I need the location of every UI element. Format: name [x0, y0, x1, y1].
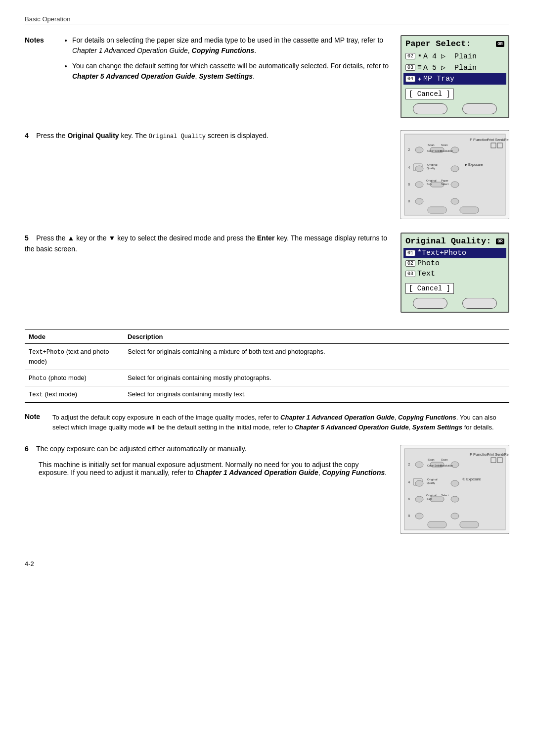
oq-btn-left [413, 298, 447, 309]
svg-text:6: 6 [408, 182, 410, 187]
svg-point-22 [451, 182, 459, 188]
step4-right: F Function Print Send/Re 2 Scan Scan Col… [400, 130, 509, 221]
page-number: 4-2 [25, 560, 34, 567]
svg-text:F Function: F Function [470, 138, 489, 142]
svg-text:Original: Original [426, 179, 437, 182]
mode-table: Mode Description Text+Photo (text and ph… [25, 330, 509, 403]
desc-cell-3: Select for originals containing mostly t… [124, 386, 509, 402]
svg-text:① Exposure: ① Exposure [462, 477, 481, 481]
page-wrapper: Basic Operation Notes For details on sel… [25, 15, 509, 567]
step5-content: 5 Press the ▲ key or the ▼ key to select… [25, 233, 391, 313]
notes-list: For details on selecting the paper size … [64, 35, 391, 82]
notes-content: For details on selecting the paper size … [64, 35, 391, 87]
oq-row-2: 02 Photo [405, 258, 504, 269]
mode-cell-2: Photo (photo mode) [25, 370, 124, 386]
lcd-row-3-highlighted: 04 ✦ MP Tray [403, 73, 506, 85]
step4-section: 4 Press the Original Quality key. The Or… [25, 130, 509, 221]
lcd-or-icon: OR [496, 41, 504, 47]
mode-table-header: Mode Description [25, 330, 509, 344]
svg-point-48 [415, 480, 423, 486]
col-desc-header: Description [124, 330, 509, 344]
machine-panel-svg: F Function Print Send/Re 2 Scan Scan Col… [400, 130, 509, 219]
svg-point-15 [451, 166, 459, 172]
svg-text:Select: Select [441, 183, 449, 186]
svg-point-49 [451, 480, 459, 486]
lcd-paper-select: Paper Select: OR 02 ▪ A 4 ▷ Plain 03 ≡ A… [400, 35, 509, 118]
oq-title: Original Quality: [405, 236, 491, 246]
oq-buttons [405, 298, 504, 309]
mode-table-section: Mode Description Text+Photo (text and ph… [25, 325, 509, 413]
step6-right: F Function Print Send/Re 2 Scan Scan Col… [400, 445, 509, 535]
note-section: Note To adjust the default copy exposure… [25, 413, 509, 433]
mode-cell-1: Text+Photo (text and photo mode) [25, 344, 124, 370]
svg-text:Resolution: Resolution [440, 464, 453, 467]
svg-text:6: 6 [408, 497, 410, 501]
step5-text: 5 Press the ▲ key or the ▼ key to select… [25, 233, 391, 255]
svg-text:Original: Original [426, 494, 437, 497]
svg-text:8: 8 [408, 514, 410, 518]
svg-point-20 [415, 182, 423, 188]
notes-section: Notes For details on selecting the paper… [25, 35, 391, 87]
svg-point-61 [415, 513, 423, 519]
svg-text:Scan: Scan [441, 143, 448, 146]
machine-panel-2-svg: F Function Print Send/Re 2 Scan Scan Col… [400, 445, 509, 534]
table-row: Text+Photo (text and photo mode) Select … [25, 344, 509, 370]
svg-text:Scan: Scan [441, 458, 448, 461]
svg-text:8: 8 [408, 199, 410, 203]
step6-text: 6 The copy exposure can be adjusted eith… [25, 445, 391, 453]
step4-text: 4 Press the Original Quality key. The Or… [25, 130, 391, 142]
desc-cell-2: Select for originals containing mostly p… [124, 370, 509, 386]
notes-item-2: You can change the default setting for w… [72, 61, 391, 82]
svg-text:Print  Send/Re: Print Send/Re [487, 453, 509, 456]
svg-text:4: 4 [408, 165, 410, 170]
note-label: Note [25, 413, 44, 433]
svg-text:Original: Original [427, 478, 438, 481]
step5-number: 5 [25, 234, 29, 242]
page-header: Basic Operation [25, 15, 509, 25]
lcd-title-row: Paper Select: OR [405, 39, 504, 48]
table-row: Photo (photo mode) Select for originals … [25, 370, 509, 386]
svg-text:Print  Send/Re: Print Send/Re [487, 138, 509, 142]
svg-point-54 [415, 496, 423, 502]
svg-text:2: 2 [408, 462, 410, 467]
svg-text:2: 2 [408, 147, 410, 152]
oq-or-icon: OR [496, 238, 504, 244]
svg-text:Size: Size [427, 497, 432, 500]
oq-btn-right [462, 298, 497, 309]
svg-point-5 [415, 147, 423, 153]
desc-cell-1: Select for originals containing a mixtur… [124, 344, 509, 370]
svg-text:Paper: Paper [441, 179, 448, 182]
svg-text:Quality: Quality [427, 481, 435, 484]
lcd-original-quality: Original Quality: OR 01 *Text+Photo 02 P… [400, 233, 509, 313]
svg-text:Select: Select [441, 494, 449, 497]
step6-para2: This machine is initially set for manual… [39, 461, 391, 476]
lcd-btn-left [413, 103, 447, 114]
step6-left: 6 The copy exposure can be adjusted eith… [25, 445, 391, 476]
svg-text:F Function: F Function [470, 452, 489, 457]
col-mode-header: Mode [25, 330, 124, 344]
notes-left: Notes For details on selecting the paper… [25, 35, 391, 118]
svg-point-62 [451, 513, 459, 519]
notes-display-row: Notes For details on selecting the paper… [25, 35, 509, 118]
svg-point-29 [451, 198, 459, 204]
lcd-row-2: 03 ≡ A 5 ▷ Plain [405, 62, 504, 73]
table-header-row: Mode Description [25, 330, 509, 344]
oq-title-row: Original Quality: OR [405, 236, 504, 246]
svg-point-39 [415, 462, 423, 468]
svg-rect-55 [430, 497, 444, 502]
oq-cancel-area: [ Cancel ] [405, 281, 504, 294]
svg-text:4: 4 [408, 480, 410, 484]
step4-content: 4 Press the Original Quality key. The Or… [25, 130, 391, 221]
table-row: Text (text mode) Select for originals co… [25, 386, 509, 402]
svg-point-56 [451, 496, 459, 502]
step5-section: 5 Press the ▲ key or the ▼ key to select… [25, 233, 509, 313]
svg-rect-30 [428, 207, 446, 213]
svg-text:Scan: Scan [428, 458, 435, 461]
svg-point-14 [415, 166, 423, 172]
step6-section: 6 The copy exposure can be adjusted eith… [25, 445, 509, 535]
svg-rect-63 [428, 521, 446, 528]
notes-label: Notes [25, 36, 54, 87]
mode-cell-3: Text (text mode) [25, 386, 124, 402]
paper-select-display: Paper Select: OR 02 ▪ A 4 ▷ Plain 03 ≡ A… [400, 35, 509, 118]
svg-rect-31 [460, 207, 479, 213]
